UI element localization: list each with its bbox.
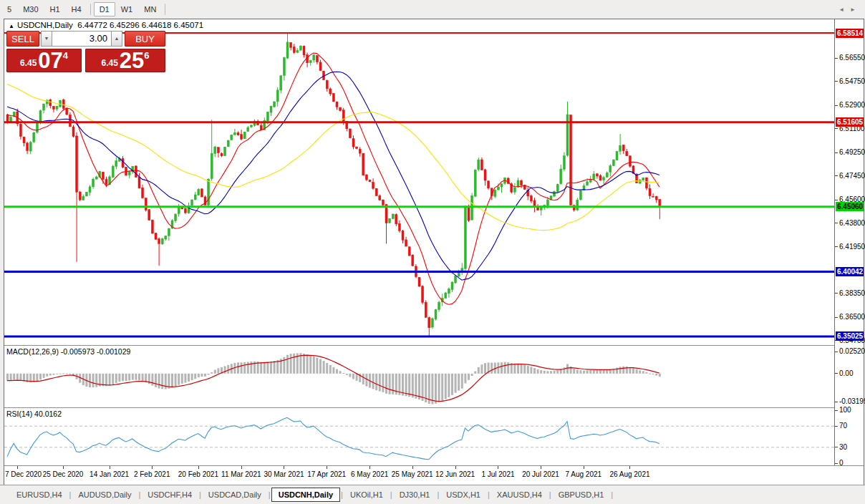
timeframe-button-d1[interactable]: D1: [94, 2, 115, 16]
rsi-tick-mark: [835, 426, 838, 427]
timeframe-button-m30[interactable]: M30: [17, 2, 44, 16]
date-label: 30 Mar 2021: [264, 470, 304, 478]
macd-panel[interactable]: MACD(12,26,9) -0.005973 -0.001029: [4, 346, 834, 407]
tab-usdcnh-daily[interactable]: USDCNH,Daily: [271, 488, 340, 502]
tab-separator: |: [390, 490, 392, 499]
one-click-trade-widget: SELL ▼ 3.00 ▲ BUY 6.45 07 4 6.45 25 6: [6, 31, 165, 89]
collapse-arrow-icon[interactable]: ▲: [9, 23, 14, 29]
price-tick-label: 6.54750: [839, 77, 865, 85]
rsi-tick-label: 70: [839, 422, 847, 430]
rsi-panel[interactable]: RSI(14) 40.0162: [4, 408, 834, 465]
sell-price-panel[interactable]: 6.45 07 4: [6, 49, 82, 72]
sell-price-big: 07: [38, 51, 62, 70]
date-tick-mark: [198, 466, 199, 469]
date-tick-mark: [584, 466, 584, 469]
tab-usdcad-daily[interactable]: USDCAD,Daily: [202, 488, 268, 501]
date-label: 1 Jul 2021: [481, 470, 514, 478]
date-tick-mark: [110, 466, 110, 469]
tab-scroll-right-icon[interactable]: ►: [850, 6, 861, 13]
ohlc-values: 6.44772 6.45296 6.44618 6.45071: [77, 21, 203, 29]
tab-separator: |: [341, 490, 343, 499]
rsi-tick-mark: [835, 447, 838, 447]
chart-window: ▲USDCNH,Daily 6.44772 6.45296 6.44618 6.…: [4, 19, 864, 485]
price-tick-mark: [835, 223, 838, 223]
sell-button[interactable]: SELL: [6, 31, 39, 47]
date-label: 25 May 2021: [392, 470, 433, 478]
price-tick-mark: [835, 246, 838, 247]
macd-tick-label: 0.00: [839, 369, 853, 377]
date-tick-mark: [241, 466, 242, 469]
timeframe-toolbar: 5M30H1H4D1W1MN: [0, 0, 865, 19]
tab-separator: |: [488, 490, 490, 499]
price-axis[interactable]: 6.565506.547506.529006.511006.492506.474…: [834, 19, 864, 465]
macd-tick-mark: [835, 373, 838, 374]
date-label: 17 Apr 2021: [307, 470, 346, 478]
tab-separator: |: [199, 490, 201, 499]
price-tag-6.45060: 6.45060: [836, 202, 864, 211]
date-tick-mark: [412, 466, 413, 469]
date-label: 14 Jan 2021: [90, 470, 129, 478]
buy-button[interactable]: BUY: [125, 31, 165, 47]
buy-price-big: 25: [120, 51, 144, 70]
volume-field[interactable]: 3.00: [52, 31, 112, 47]
price-tick-label: 6.52900: [839, 101, 865, 109]
tab-audusd-daily[interactable]: AUDUSD,Daily: [72, 488, 137, 501]
toolbar-separator: [90, 4, 91, 15]
macd-tick-mark: [835, 352, 838, 352]
timeframe-button-h4[interactable]: H4: [66, 2, 87, 16]
date-label: 25 Dec 2020: [43, 470, 84, 478]
date-axis[interactable]: 7 Dec 202025 Dec 202014 Jan 20212 Feb 20…: [4, 466, 864, 485]
rsi-tick-mark: [835, 463, 838, 464]
tab-separator: |: [69, 490, 72, 499]
tab-usdx-h1[interactable]: USDX,H1: [440, 488, 487, 501]
symbol-title: USDCNH,Daily: [17, 21, 73, 29]
macd-label: MACD(12,26,9) -0.005973 -0.001029: [6, 347, 130, 356]
macd-signal-line: [7, 355, 659, 401]
tab-dj30-h1[interactable]: DJ30,H1: [393, 488, 437, 501]
price-tick-label: 6.56550: [839, 54, 865, 62]
volume-decrease-button[interactable]: ▼: [41, 31, 52, 47]
date-label: 6 May 2021: [351, 470, 388, 478]
price-tick-mark: [835, 175, 838, 176]
date-label: 2 Feb 2021: [134, 470, 170, 478]
price-tag-6.51605: 6.51605: [836, 117, 864, 127]
tab-scroll-left-icon[interactable]: ◄: [839, 6, 850, 13]
sell-price-pip: 4: [63, 50, 68, 61]
chart-title: ▲USDCNH,Daily 6.44772 6.45296 6.44618 6.…: [9, 21, 203, 29]
date-tick-mark: [498, 466, 498, 469]
price-tick-mark: [835, 81, 838, 82]
rsi-tick-label: 100: [839, 406, 851, 414]
tab-eurusd-h4[interactable]: EURUSD,H4: [10, 488, 69, 501]
tab-separator: |: [269, 490, 271, 499]
rsi-tick-label: 30: [839, 443, 847, 451]
price-tick-mark: [835, 105, 838, 106]
timeframe-button-w1[interactable]: W1: [115, 2, 139, 16]
date-label: 12 Jun 2021: [435, 470, 475, 478]
price-tick-mark: [835, 152, 838, 153]
timeframe-button-mn[interactable]: MN: [138, 2, 162, 16]
volume-increase-button[interactable]: ▲: [111, 31, 122, 47]
date-label: 20 Feb 2021: [178, 470, 218, 478]
price-tag-6.40042: 6.40042: [836, 267, 864, 276]
timeframe-button-h1[interactable]: H1: [44, 2, 66, 16]
date-label: 7 Aug 2021: [566, 470, 602, 478]
timeframe-button-5[interactable]: 5: [1, 2, 17, 16]
buy-price-prefix: 6.45: [101, 58, 117, 68]
sell-price-prefix: 6.45: [20, 58, 37, 68]
tab-xauusd-h4[interactable]: XAUUSD,H4: [491, 488, 549, 501]
rsi-line: [7, 417, 659, 460]
date-tick-mark: [629, 466, 630, 469]
tab-ukoil-h1[interactable]: UKOil,H1: [344, 488, 390, 501]
price-tick-mark: [835, 293, 838, 294]
date-tick-mark: [327, 466, 327, 469]
rsi-chart-svg[interactable]: [4, 408, 834, 465]
tab-separator: |: [549, 490, 551, 499]
tab-gbpusd-h1[interactable]: GBPUSD,H1: [552, 488, 611, 501]
buy-price-panel[interactable]: 6.45 25 6: [85, 49, 165, 72]
price-tick-label: 6.36500: [839, 313, 865, 321]
macd-tick-label: -0.031994: [839, 397, 865, 405]
tab-separator: |: [138, 490, 140, 499]
tab-usdchf-h4[interactable]: USDCHF,H4: [141, 488, 198, 501]
price-tick-label: 6.41950: [839, 243, 865, 251]
buy-price-pip: 6: [144, 50, 149, 61]
